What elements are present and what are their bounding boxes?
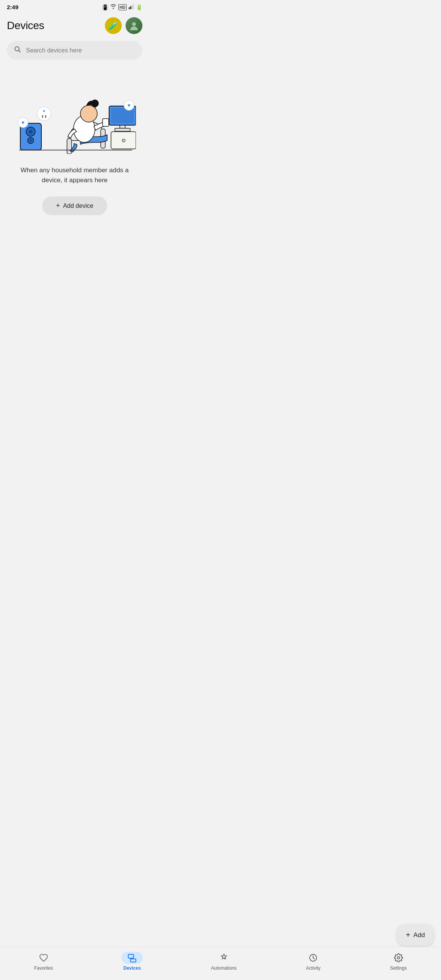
svg-text:♥: ♥: [43, 109, 46, 113]
wifi-icon: [110, 4, 116, 10]
lab-button[interactable]: 🧪: [105, 17, 122, 34]
search-container: Search devices here: [0, 38, 149, 66]
page-header: Devices 🧪: [0, 13, 149, 38]
illustration: ♥: [0, 66, 149, 158]
empty-state-text: When any household member adds a device,…: [15, 165, 134, 185]
svg-point-10: [29, 139, 32, 142]
svg-point-4: [132, 22, 136, 26]
svg-rect-0: [129, 7, 130, 9]
hd-icon: HD: [118, 4, 127, 10]
svg-point-17: [80, 105, 97, 122]
svg-rect-1: [130, 6, 131, 9]
search-icon: [14, 46, 21, 55]
svg-rect-16: [103, 119, 109, 126]
svg-point-8: [29, 130, 33, 134]
svg-rect-14: [67, 139, 72, 154]
header-actions: 🧪: [105, 17, 142, 34]
svg-text:♥: ♥: [21, 119, 24, 126]
status-time: 2:49: [7, 4, 18, 10]
vibrate-icon: 📳: [102, 4, 108, 10]
page-title: Devices: [7, 20, 44, 32]
svg-rect-22: [115, 128, 130, 131]
empty-state: When any household member adds a device,…: [0, 158, 149, 196]
add-device-plus-icon: +: [56, 202, 60, 210]
battery-icon: 🔋: [136, 4, 142, 10]
status-bar: 2:49 📳 HD 🔋: [0, 0, 149, 13]
avatar: [126, 17, 142, 34]
search-bar[interactable]: Search devices here: [7, 41, 142, 60]
search-placeholder: Search devices here: [26, 47, 136, 54]
svg-rect-3: [133, 4, 134, 9]
lab-icon: 🧪: [108, 21, 119, 31]
empty-state-illustration: ♥: [13, 70, 136, 154]
add-device-button[interactable]: + Add device: [42, 196, 107, 215]
status-icons: 📳 HD 🔋: [102, 4, 142, 10]
svg-point-18: [91, 100, 99, 107]
signal-icon: [129, 4, 134, 10]
add-device-label: Add device: [63, 203, 93, 209]
svg-rect-2: [132, 5, 133, 9]
svg-text:⬆⬇: ⬆⬇: [41, 114, 47, 119]
add-device-container: + Add device: [0, 196, 149, 223]
avatar-button[interactable]: [126, 17, 142, 34]
svg-text:♥: ♥: [127, 102, 131, 108]
svg-point-24: [122, 139, 125, 142]
